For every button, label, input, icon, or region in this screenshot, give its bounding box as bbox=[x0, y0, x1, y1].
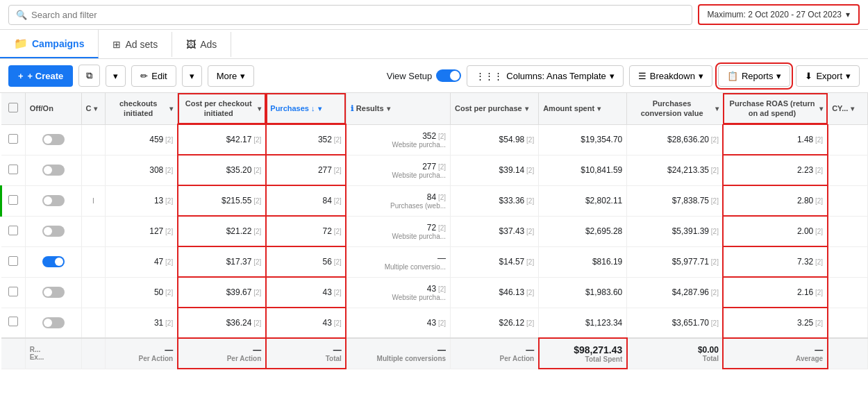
row-cy bbox=[828, 308, 868, 338]
table-wrap: Off/On C▾ checkouts initiated▾ Cost per … bbox=[0, 93, 868, 369]
row-roas: 2.80 [2] bbox=[723, 185, 827, 216]
row-toggle[interactable] bbox=[25, 124, 81, 155]
footer-col1: R... Ex... bbox=[25, 338, 81, 369]
row-purchases: 72 [2] bbox=[266, 216, 347, 246]
ads-icon: 🖼 bbox=[186, 39, 196, 50]
tab-campaigns-label: Campaigns bbox=[32, 38, 84, 49]
row-results: 277 [2] Website purcha... bbox=[346, 155, 450, 185]
tab-campaigns[interactable]: 📁 Campaigns bbox=[0, 30, 99, 58]
row-cost-purchase: $37.43 [2] bbox=[451, 216, 539, 246]
breakdown-label: Breakdown bbox=[650, 71, 695, 81]
export-button[interactable]: ⬇ Export ▾ bbox=[796, 65, 860, 87]
sort-icon: ▾ bbox=[597, 104, 601, 113]
search-input[interactable] bbox=[31, 10, 685, 20]
row-roas: 2.16 [2] bbox=[723, 277, 827, 308]
row-results: 43 [2] Website purcha... bbox=[346, 277, 450, 308]
row-cy bbox=[828, 277, 868, 308]
reports-icon: 📋 bbox=[727, 71, 738, 81]
row-cost-checkout: $17.37 [2] bbox=[178, 246, 266, 277]
view-setup-label: View Setup bbox=[387, 71, 433, 81]
date-range-label: Maximum: 2 Oct 2020 - 27 Oct 2023 bbox=[708, 10, 842, 19]
row-roas: 2.23 [2] bbox=[723, 155, 827, 185]
row-checkbox[interactable] bbox=[1, 277, 26, 308]
more-button[interactable]: More ▾ bbox=[208, 65, 255, 87]
row-cy bbox=[828, 246, 868, 277]
tab-ads-label: Ads bbox=[200, 39, 217, 50]
row-checkbox[interactable] bbox=[1, 308, 26, 338]
view-setup-toggle[interactable]: View Setup bbox=[387, 69, 462, 82]
more-label: More bbox=[217, 71, 237, 81]
row-cost-checkout: $39.67 [2] bbox=[178, 277, 266, 308]
toggle-switch[interactable] bbox=[436, 69, 461, 82]
row-checkbox[interactable] bbox=[1, 155, 26, 185]
footer-cy bbox=[828, 338, 868, 369]
row-cost-checkout: $35.20 [2] bbox=[178, 155, 266, 185]
copy-button[interactable]: ⧉ bbox=[78, 65, 100, 87]
edit-icon: ✏ bbox=[140, 71, 148, 81]
row-checkouts: 13 [2] bbox=[106, 185, 178, 216]
row-checkouts: 50 [2] bbox=[106, 277, 178, 308]
edit-dropdown[interactable]: ▾ bbox=[182, 65, 202, 87]
row-toggle[interactable] bbox=[25, 185, 81, 216]
row-purchases-cv: $3,651.70 [2] bbox=[627, 308, 724, 338]
row-toggle[interactable] bbox=[25, 155, 81, 185]
create-button[interactable]: + + Create bbox=[8, 65, 73, 87]
tab-adsets[interactable]: ⊞ Ad sets bbox=[99, 32, 172, 57]
row-cost-purchase: $54.98 [2] bbox=[451, 124, 539, 155]
sort-icon: ▾ bbox=[819, 104, 823, 113]
footer-results: — Multiple conversions bbox=[346, 338, 450, 369]
row-amount-spent: $1,123.34 bbox=[539, 308, 627, 338]
col-header-cy: CY...▾ bbox=[828, 93, 868, 124]
footer-amount-spent: $98,271.43 Total Spent bbox=[539, 338, 627, 369]
row-cost-purchase: $46.13 [2] bbox=[451, 277, 539, 308]
row-amount-spent: $2,695.28 bbox=[539, 216, 627, 246]
row-toggle[interactable] bbox=[25, 277, 81, 308]
footer-cost-checkout: — Per Action bbox=[178, 338, 266, 369]
footer-col2 bbox=[81, 338, 106, 369]
breakdown-button[interactable]: ☰ Breakdown ▾ bbox=[629, 65, 712, 87]
sort-icon: ▾ bbox=[851, 104, 854, 113]
edit-button[interactable]: ✏ Edit bbox=[131, 65, 176, 87]
row-roas: 7.32 [2] bbox=[723, 246, 827, 277]
row-results: 43 [2] bbox=[346, 308, 450, 338]
sort-icon: ▾ bbox=[169, 104, 173, 113]
row-purchases-cv: $4,287.96 [2] bbox=[627, 277, 724, 308]
adsets-icon: ⊞ bbox=[112, 39, 121, 50]
col-header-purchases-cv: Purchases conversion value▾ bbox=[627, 93, 724, 124]
row-checkbox[interactable] bbox=[1, 185, 26, 216]
date-range[interactable]: Maximum: 2 Oct 2020 - 27 Oct 2023 ▾ bbox=[698, 4, 860, 25]
row-cy bbox=[828, 185, 868, 216]
row-amount-spent: $10,841.59 bbox=[539, 155, 627, 185]
table-row: 47 [2] $17.37 [2] 56 [2] — Multiple conv… bbox=[1, 246, 868, 277]
table-row: 127 [2] $21.22 [2] 72 [2] 72 [2] Website… bbox=[1, 216, 868, 246]
row-results: 72 [2] Website purcha... bbox=[346, 216, 450, 246]
row-checkouts: 459 [2] bbox=[106, 124, 178, 155]
row-amount-spent: $1,983.60 bbox=[539, 277, 627, 308]
columns-button[interactable]: ⋮⋮⋮ Columns: Anas Template ▾ bbox=[467, 65, 624, 87]
row-checkbox[interactable] bbox=[1, 216, 26, 246]
row-cy bbox=[828, 124, 868, 155]
row-roas: 1.48 [2] bbox=[723, 124, 827, 155]
row-purchases: 43 [2] bbox=[266, 308, 347, 338]
row-toggle[interactable] bbox=[25, 308, 81, 338]
col-header-checkbox bbox=[1, 93, 26, 124]
row-cost-checkout: $42.17 [2] bbox=[178, 124, 266, 155]
export-chevron-icon: ▾ bbox=[846, 71, 851, 81]
row-purchases-cv: $5,391.39 [2] bbox=[627, 216, 724, 246]
info-icon: ℹ bbox=[351, 103, 353, 113]
tab-ads[interactable]: 🖼 Ads bbox=[172, 32, 231, 57]
row-checkbox[interactable] bbox=[1, 124, 26, 155]
reports-button[interactable]: 📋 Reports ▾ bbox=[718, 65, 791, 87]
row-purchases: 277 [2] bbox=[266, 155, 347, 185]
footer-purchases: — Total bbox=[266, 338, 347, 369]
row-cost-checkout: $215.55 [2] bbox=[178, 185, 266, 216]
row-toggle[interactable] bbox=[25, 246, 81, 277]
row-cost-checkout: $21.22 [2] bbox=[178, 216, 266, 246]
table-row: I 13 [2] $215.55 [2] 84 [2] 84 [2] Purch… bbox=[1, 185, 868, 216]
copy-dropdown[interactable]: ▾ bbox=[106, 65, 126, 87]
sort-icon: ▾ bbox=[387, 104, 390, 113]
row-toggle[interactable] bbox=[25, 216, 81, 246]
table-row: 31 [2] $36.24 [2] 43 [2] 43 [2] $26.12 [… bbox=[1, 308, 868, 338]
search-box[interactable]: 🔍 bbox=[8, 5, 692, 25]
row-checkbox[interactable] bbox=[1, 246, 26, 277]
